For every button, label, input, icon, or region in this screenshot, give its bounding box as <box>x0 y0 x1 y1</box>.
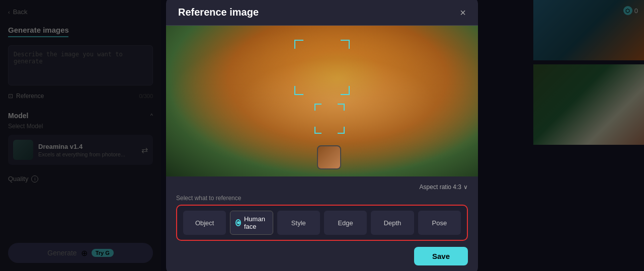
chevron-down-icon: ∨ <box>463 184 468 191</box>
modal-overlay: Reference image × <box>0 0 644 271</box>
modal-image <box>166 26 478 176</box>
object-label: Object <box>195 219 214 227</box>
close-button[interactable]: × <box>460 8 466 18</box>
face-detection-box-2 <box>314 104 345 134</box>
edge-label: Edge <box>338 219 353 227</box>
face-thumbnail <box>317 145 341 169</box>
reference-image-modal: Reference image × <box>166 0 478 271</box>
reference-type-selector: Object Human face Style Edge Depth <box>176 205 468 241</box>
ref-option-object[interactable]: Object <box>183 211 226 235</box>
face-detection-box <box>294 40 350 95</box>
ref-option-human-face[interactable]: Human face <box>230 211 273 235</box>
save-button[interactable]: Save <box>414 247 468 265</box>
modal-image-container <box>166 26 478 176</box>
ref-option-depth[interactable]: Depth <box>371 211 414 235</box>
modal-header: Reference image × <box>166 0 478 26</box>
aspect-ratio-label: Aspect ratio 4:3 <box>420 184 461 191</box>
save-row: Save <box>176 247 468 265</box>
modal-bottom: Aspect ratio 4:3 ∨ Select what to refere… <box>166 176 478 271</box>
pose-label: Pose <box>432 219 447 227</box>
depth-label: Depth <box>384 219 401 227</box>
style-label: Style <box>291 219 306 227</box>
ref-option-pose[interactable]: Pose <box>418 211 461 235</box>
ref-option-edge[interactable]: Edge <box>324 211 367 235</box>
ref-option-style[interactable]: Style <box>277 211 320 235</box>
radio-button-icon <box>235 219 241 226</box>
radio-selected-icon <box>237 221 240 224</box>
aspect-ratio-row[interactable]: Aspect ratio 4:3 ∨ <box>176 184 468 191</box>
select-ref-label: Select what to reference <box>176 195 468 202</box>
human-face-label: Human face <box>244 215 268 230</box>
modal-title: Reference image <box>178 7 259 18</box>
